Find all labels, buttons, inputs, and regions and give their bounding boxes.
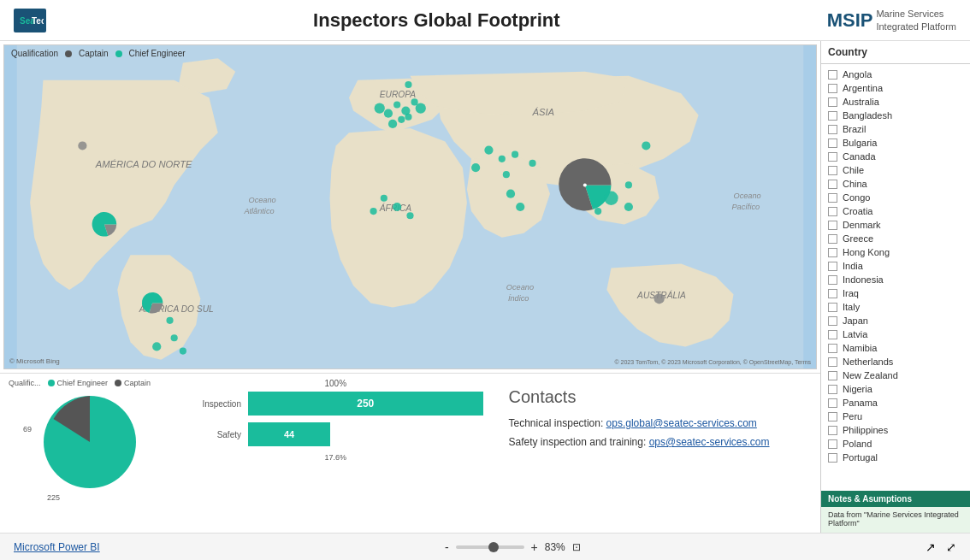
country-item[interactable]: Bulgaria xyxy=(821,136,970,150)
technical-contact-line: Technical inspection: ops.global@seatec-… xyxy=(509,417,804,429)
country-checkbox[interactable] xyxy=(828,248,837,257)
zoom-slider-thumb[interactable] xyxy=(488,542,499,552)
country-item[interactable]: Chile xyxy=(821,163,970,177)
zoom-plus-button[interactable]: + xyxy=(531,540,538,554)
country-checkbox[interactable] xyxy=(828,152,837,162)
country-checkbox[interactable] xyxy=(828,426,837,435)
svg-point-42 xyxy=(180,347,186,354)
country-item[interactable]: Poland xyxy=(821,437,970,451)
country-checkbox[interactable] xyxy=(828,412,837,421)
country-checkbox[interactable] xyxy=(828,371,837,380)
country-checkbox[interactable] xyxy=(828,207,837,216)
svg-point-28 xyxy=(512,151,518,158)
country-name: Australia xyxy=(843,97,879,107)
safety-contact-line: Safety inspection and training: ops@seat… xyxy=(509,436,804,448)
country-item[interactable]: Australia xyxy=(821,95,970,109)
country-checkbox[interactable] xyxy=(828,303,837,312)
country-checkbox[interactable] xyxy=(828,180,837,189)
country-checkbox[interactable] xyxy=(828,221,837,230)
country-item[interactable]: Namibia xyxy=(821,341,970,355)
country-item[interactable]: Denmark xyxy=(821,218,970,232)
country-item[interactable]: Portugal xyxy=(821,451,970,464)
country-checkbox[interactable] xyxy=(828,357,837,367)
country-checkbox[interactable] xyxy=(828,125,837,134)
country-name: Netherlands xyxy=(843,357,893,367)
country-name: Bangladesh xyxy=(843,110,892,121)
country-item[interactable]: Peru xyxy=(821,410,970,423)
country-checkbox[interactable] xyxy=(828,166,837,175)
country-checkbox[interactable] xyxy=(828,289,837,298)
country-item[interactable]: Japan xyxy=(821,314,970,327)
country-item[interactable]: Argentina xyxy=(821,81,970,95)
country-item[interactable]: Italy xyxy=(821,300,970,314)
map-legend: Qualification Captain Chief Engineer xyxy=(11,49,186,58)
country-checkbox[interactable] xyxy=(828,453,837,463)
country-item[interactable]: Bangladesh xyxy=(821,109,970,122)
svg-point-39 xyxy=(166,317,173,324)
country-checkbox[interactable] xyxy=(828,316,837,326)
country-item[interactable]: Congo xyxy=(821,191,970,204)
country-checkbox[interactable] xyxy=(828,139,837,148)
svg-point-18 xyxy=(393,101,400,108)
fit-screen-icon[interactable]: ⊡ xyxy=(572,541,581,553)
country-item[interactable]: Latvia xyxy=(821,327,970,341)
country-checkbox[interactable] xyxy=(828,84,837,93)
msip-brand-text: MSIP xyxy=(827,9,873,32)
country-name: Bulgaria xyxy=(843,138,877,148)
safety-email-link[interactable]: ops@seatec-services.com xyxy=(649,436,770,448)
country-checkbox[interactable] xyxy=(828,70,837,80)
country-item[interactable]: Netherlands xyxy=(821,355,970,368)
country-checkbox[interactable] xyxy=(828,344,837,353)
share-icon[interactable]: ↗ xyxy=(926,540,936,554)
country-item[interactable]: India xyxy=(821,259,970,273)
country-checkbox[interactable] xyxy=(828,439,837,449)
technical-email-link[interactable]: ops.global@seatec-services.com xyxy=(606,417,757,429)
svg-text:EUROPA: EUROPA xyxy=(380,90,417,99)
country-checkbox[interactable] xyxy=(828,262,837,271)
country-checkbox[interactable] xyxy=(828,234,837,244)
svg-point-25 xyxy=(484,145,493,154)
country-name: Brazil xyxy=(843,124,866,134)
chief-engineer-legend-label: Chief Engineer xyxy=(57,379,109,387)
svg-point-27 xyxy=(471,163,480,172)
country-checkbox[interactable] xyxy=(828,330,837,339)
country-item[interactable]: Canada xyxy=(821,150,970,163)
country-item[interactable]: Indonesia xyxy=(821,273,970,286)
chief-engineer-label: Chief Engineer xyxy=(129,49,186,58)
country-list[interactable]: AngolaArgentinaAustraliaBangladeshBrazil… xyxy=(821,64,970,491)
country-checkbox[interactable] xyxy=(828,275,837,285)
country-item[interactable]: China xyxy=(821,177,970,191)
country-item[interactable]: Nigeria xyxy=(821,382,970,396)
bar-bottom-pct: 17.6% xyxy=(188,453,483,462)
zoom-minus-button[interactable]: - xyxy=(445,540,449,554)
country-item[interactable]: Panama xyxy=(821,396,970,410)
country-item[interactable]: Iraq xyxy=(821,286,970,300)
captain-legend-label: Captain xyxy=(124,379,151,387)
country-name: Indonesia xyxy=(843,274,884,285)
country-checkbox[interactable] xyxy=(828,398,837,408)
svg-text:Pacífico: Pacífico xyxy=(731,203,760,211)
country-item[interactable]: Croatia xyxy=(821,204,970,218)
country-name: Latvia xyxy=(843,329,867,339)
country-item[interactable]: Philippines xyxy=(821,423,970,437)
country-name: China xyxy=(843,179,867,189)
svg-point-40 xyxy=(171,334,178,341)
country-checkbox[interactable] xyxy=(828,385,837,394)
country-item[interactable]: New Zealand xyxy=(821,368,970,382)
main-panel: Qualification Captain Chief Engineer xyxy=(0,41,820,533)
country-checkbox[interactable] xyxy=(828,193,837,203)
zoom-slider-track[interactable] xyxy=(456,545,524,549)
country-item[interactable]: Angola xyxy=(821,68,970,81)
map-container[interactable]: Qualification Captain Chief Engineer xyxy=(3,44,817,369)
power-bi-link[interactable]: Microsoft Power BI xyxy=(14,541,100,553)
country-name: Congo xyxy=(843,192,870,203)
country-item[interactable]: Greece xyxy=(821,232,970,245)
country-item[interactable]: Brazil xyxy=(821,122,970,136)
svg-point-30 xyxy=(529,160,535,167)
svg-point-29 xyxy=(503,171,510,178)
expand-icon[interactable]: ⤢ xyxy=(946,540,956,554)
country-checkbox[interactable] xyxy=(828,97,837,107)
country-item[interactable]: Hong Kong xyxy=(821,245,970,259)
country-name: Namibia xyxy=(843,343,877,353)
country-checkbox[interactable] xyxy=(828,111,837,121)
